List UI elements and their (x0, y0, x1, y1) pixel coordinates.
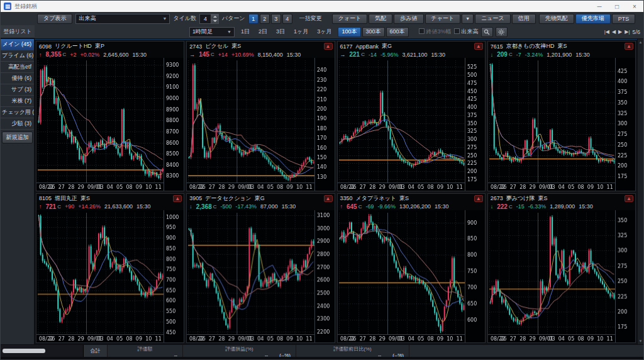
close-button[interactable]: × (626, 1, 643, 12)
tile-count-stepper[interactable]: 4 (199, 14, 219, 24)
quote-time: 15:30 (435, 203, 449, 210)
sidebar-item-6[interactable]: チェック用 ( (1, 107, 34, 118)
scroll-down-icon[interactable]: ▼ (639, 338, 643, 344)
view-button-1[interactable]: 気配 (369, 14, 392, 24)
candlestick-chart[interactable] (36, 58, 184, 191)
last-price: 721 (46, 203, 57, 210)
chart-tile[interactable]: 8105 堀田丸正 東S ▲ ↑ 721 C +90 +14.26% 21,63… (36, 193, 184, 344)
tick-arrow-icon: ↑ (39, 52, 42, 58)
tab-display-button[interactable]: タブ表示 (37, 14, 72, 24)
scrollbar-thumb[interactable] (3, 349, 45, 353)
stepper-down-icon[interactable] (211, 19, 218, 23)
timeframe-value: 1時間足 (192, 28, 213, 36)
sidebar-item-1[interactable]: プライム (6) (1, 50, 34, 62)
sidebar-item-0[interactable]: メイン (45) (1, 39, 34, 50)
chart-tile[interactable]: 7615 京都きもの友禅HD 東S ▲ ↓ 209 C -7 -3.24% 1,… (487, 41, 636, 191)
alert-icon: ▲ (324, 195, 333, 202)
last-price: 145 (199, 51, 209, 58)
add-list-button[interactable]: 新規追加 (2, 132, 33, 143)
bars-button-0[interactable]: 100本 (338, 27, 360, 37)
pattern-button-2[interactable]: 3 (271, 14, 281, 24)
candlestick-chart[interactable] (187, 58, 334, 191)
candlestick-chart[interactable] (36, 210, 184, 343)
valuation-column: 評価額 -- (108, 345, 183, 357)
chart-tile[interactable]: 2673 夢みつけ隊 東S ▲ ↓ 222 C -15 -6.33% 1,289… (487, 193, 636, 344)
close-3pct-checkbox[interactable]: 終値3%幅 (419, 28, 452, 36)
close-flag: C (211, 52, 214, 57)
candlestick-chart[interactable] (187, 210, 334, 343)
view-button-2[interactable]: 歩み値 (394, 14, 423, 24)
vertical-scrollbar[interactable]: ▲ ▼ (637, 39, 643, 344)
indicator-select[interactable]: 出来高 ▼ (75, 14, 170, 24)
chart-grid: 6098 リクルートHD 東P ▲ ↑ 8,355 C +2 +0.02% 2,… (35, 39, 637, 344)
view-button-5[interactable]: 信用 (512, 14, 536, 24)
total-label: 合計 (84, 345, 108, 357)
indicator-select-value: 出来高 (79, 14, 96, 23)
pattern-button-0[interactable]: 1 (248, 14, 258, 24)
bulk-change-button[interactable]: 一括変更 (296, 14, 326, 23)
chart-tile[interactable]: 3905 データセクション 東G ▲ ↓ 2,368 C -500 -17.43… (186, 193, 335, 344)
sidebar-item-4[interactable]: サブ (3) (1, 84, 34, 96)
market-button-0-0[interactable]: 先物気配 (539, 14, 574, 24)
next-page-icon[interactable]: ▶ (618, 29, 622, 35)
chart-dropdown-icon[interactable]: ▼ (462, 14, 474, 24)
chart-tile[interactable]: 2743 ピクセル 東S ▲ → 145 C +14 +10.69% 8,150… (186, 41, 335, 191)
market-button-0-2[interactable]: PTS (612, 14, 636, 24)
pattern-button-3[interactable]: 4 (282, 14, 292, 24)
period-button-2[interactable]: 3日 (272, 28, 289, 36)
volume: 1,289,000 (550, 203, 575, 210)
prev-page-icon[interactable]: ◀ (612, 29, 616, 35)
alert-icon: ▲ (474, 43, 483, 50)
stock-code: 3905 (189, 195, 202, 201)
volume: 1,201,900 (547, 52, 572, 58)
candlestick-chart[interactable] (338, 210, 485, 343)
period-buttons: 1日2日3日1ヶ月3ヶ月 (237, 28, 335, 36)
candlestick-chart[interactable] (338, 58, 485, 191)
period-button-3[interactable]: 1ヶ月 (290, 28, 312, 36)
stepper-up-icon[interactable] (211, 14, 218, 19)
chart-tile[interactable]: 6177 AppBank 東G ▲ → 221 C -14 -5.96% 3,6… (337, 41, 486, 191)
period-button-1[interactable]: 2日 (255, 28, 271, 36)
stock-code: 3350 (340, 195, 353, 201)
view-button-0[interactable]: クォート (332, 14, 368, 24)
sidebar-item-5[interactable]: 米株 (7) (1, 96, 34, 107)
stock-name: データセクション (205, 194, 251, 203)
volume: 130,206,200 (399, 203, 431, 210)
minimize-button[interactable]: ─ (591, 1, 608, 12)
quote-time: 15:30 (136, 203, 151, 210)
horizontal-scrollbar[interactable] (1, 345, 84, 357)
chart-tile[interactable]: 6098 リクルートHD 東P ▲ ↑ 8,355 C +2 +0.02% 2,… (36, 41, 184, 191)
search-icon[interactable] (481, 27, 493, 37)
candlestick-chart[interactable] (488, 210, 635, 343)
scroll-up-icon[interactable]: ▲ (639, 39, 643, 45)
content-area: メイン (45)プライム (6)高配当etf優待 (6)サブ (3)米株 (7)… (1, 39, 643, 344)
period-button-4[interactable]: 3ヶ月 (313, 28, 335, 36)
maximize-button[interactable]: □ (608, 1, 626, 12)
sidebar-item-7[interactable]: 少額 (3) (1, 118, 34, 130)
pattern-button-1[interactable]: 2 (260, 14, 270, 24)
market-button-0-1[interactable]: 優先市場 (575, 14, 611, 24)
volume-checkbox[interactable]: 出来高 (454, 28, 479, 36)
chart-tile[interactable]: 3350 メタプラネット 東S ▲ ↑ 645 C -69 -9.66% 130… (337, 193, 486, 344)
close-flag: C (361, 52, 365, 57)
view-button-3[interactable]: チャート (425, 14, 461, 24)
market-buttons-zone: 先物気配優先市場PTS リストタイル株価ボード 設定 T ? (539, 14, 644, 24)
stock-name: リクルートHD (55, 42, 92, 50)
period-button-0[interactable]: 1日 (237, 28, 253, 36)
tick-arrow-icon: ↓ (491, 52, 494, 58)
view-button-4[interactable]: ニュース (475, 14, 511, 24)
daychange-header: 評価額前日比(%) (301, 346, 404, 352)
bars-button-2[interactable]: 600本 (386, 27, 409, 37)
chevron-down-icon: ▼ (162, 16, 167, 21)
stock-market: 東G (255, 194, 265, 203)
stock-market: 東S (557, 42, 567, 50)
gear-icon[interactable] (496, 27, 508, 37)
first-page-icon[interactable]: |◀ (604, 29, 609, 35)
sidebar-item-3[interactable]: 優待 (6) (1, 73, 34, 84)
timeframe-select[interactable]: 1時間足 ▼ (189, 27, 235, 37)
candlestick-chart[interactable] (488, 58, 635, 191)
last-page-icon[interactable]: ▶| (625, 29, 630, 35)
sidebar-item-2[interactable]: 高配当etf (1, 62, 34, 73)
price-change: -15 (516, 203, 525, 210)
bars-button-1[interactable]: 300本 (362, 27, 385, 37)
